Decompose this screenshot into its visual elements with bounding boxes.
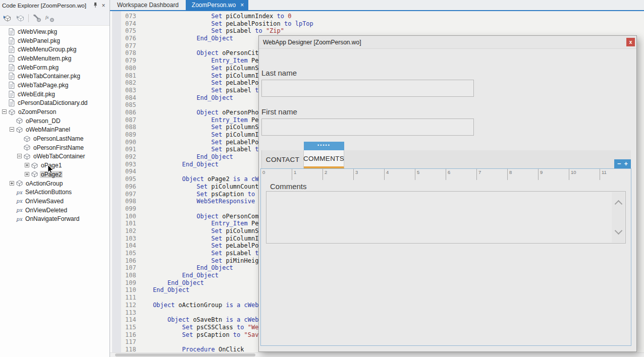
svg-text:fx: fx <box>45 15 49 20</box>
zoom-out-button[interactable]: − <box>617 159 621 168</box>
ruler-column-5: 5 <box>415 169 446 180</box>
package-file-icon <box>9 55 15 62</box>
textarea-scrollbar[interactable] <box>612 192 625 243</box>
object-cube-icon <box>31 162 38 169</box>
code-text: End_Object <box>138 272 219 279</box>
tree-item-OnViewSaved[interactable]: pxOnViewSaved <box>0 197 110 206</box>
tree-item-oPage1[interactable]: oPage1 <box>0 161 110 170</box>
tree-item-oPerson_DD[interactable]: oPerson_DD <box>0 116 110 126</box>
object-cube-icon <box>24 144 30 151</box>
tree-item-SetActionButtons[interactable]: pxSetActionButtons <box>0 188 110 197</box>
expander-minus-icon[interactable] <box>17 153 22 160</box>
tree-item-oActionGroup[interactable]: oActionGroup <box>0 179 110 188</box>
form-field-first-name: First name <box>261 107 474 136</box>
designer-tab-comments[interactable]: COMMENTS <box>304 150 344 168</box>
line-number: 109 <box>125 279 137 287</box>
designer-close-button[interactable]: x <box>626 38 635 46</box>
field-input[interactable] <box>261 80 474 97</box>
code-text: Object oPersonCit <box>138 49 258 56</box>
expander-minus-icon[interactable] <box>2 108 7 115</box>
line-number: 096 <box>125 183 137 191</box>
tree-item-label: cWebMenuGroup.pkg <box>17 46 78 53</box>
code-text: Set piColumnS <box>138 227 258 234</box>
code-text: Object oPage2 is a cW <box>138 175 258 183</box>
web-function-tool-icon[interactable]: fx <box>45 14 55 23</box>
code-text: Set piColumnS <box>138 124 258 131</box>
line-number: 088 <box>125 124 137 131</box>
tree-item-cWebMenuItem.pkg[interactable]: cWebMenuItem.pkg <box>0 54 110 63</box>
tree-item-cWebMenuGroup.pkg[interactable]: cWebMenuGroup.pkg <box>0 45 110 54</box>
tree-item-cWebTabPage.pkg[interactable]: cWebTabPage.pkg <box>0 81 110 90</box>
selection-drag-handle[interactable]: ••••• <box>304 142 344 150</box>
expander-plus-icon[interactable] <box>10 180 14 187</box>
horizontal-scrollbar[interactable] <box>110 352 644 357</box>
code-text: Set piColumnCount <box>138 183 258 190</box>
tree-item-label: oActionGroup <box>25 180 64 187</box>
web-property-tool-icon[interactable] <box>32 14 42 23</box>
tree-item-label: cPersonDataDictionary.dd <box>17 99 89 106</box>
package-file-icon <box>9 91 15 98</box>
line-number: 114 <box>125 316 137 324</box>
column-zoom-control[interactable]: − + <box>614 159 631 168</box>
designer-tab-contact[interactable]: CONTACT <box>261 150 304 168</box>
tree-item-oZoomPerson[interactable]: oZoomPerson <box>0 107 110 116</box>
panel-close-button[interactable]: × <box>99 2 108 9</box>
tree-item-cWebEdit.pkg[interactable]: cWebEdit.pkg <box>0 90 110 99</box>
package-file-icon <box>9 46 15 53</box>
ruler-column-10: 10 <box>569 169 600 180</box>
editor-tab-workspace-dashboard[interactable]: Workspace Dashboard <box>110 0 186 10</box>
code-text: Set piColumnIndex to 0 <box>138 13 291 20</box>
tree-item-label: cWebView.pkg <box>17 28 58 35</box>
code-text: Object oPersonPho <box>138 109 258 116</box>
tree-item-oPersonLastName[interactable]: oPersonLastName <box>0 134 110 143</box>
code-text: End_Object <box>138 279 204 286</box>
tree-item-oWebTabContainer[interactable]: oWebTabContainer <box>0 152 110 161</box>
line-number: 106 <box>125 257 137 265</box>
line-number: 081 <box>125 72 137 80</box>
line-number: 094 <box>125 168 137 175</box>
object-cube-icon <box>16 180 23 187</box>
procedure-icon: px <box>16 216 22 222</box>
procedure-icon: px <box>16 198 22 204</box>
ruler-column-9: 9 <box>538 169 569 180</box>
pin-icon[interactable] <box>91 2 99 9</box>
comments-textarea[interactable] <box>266 191 626 244</box>
horizontal-scrollbar-thumb[interactable] <box>115 353 255 356</box>
tree-item-oWebMainPanel[interactable]: oWebMainPanel <box>0 126 110 135</box>
column-ruler: 01234567891011 <box>261 169 631 180</box>
tree-item-label: SetActionButtons <box>24 189 73 196</box>
tab-close-icon[interactable]: × <box>240 0 244 10</box>
tree-item-oPersonFirstName[interactable]: oPersonFirstName <box>0 143 110 152</box>
zoom-in-button[interactable]: + <box>624 159 628 168</box>
scroll-down-icon[interactable] <box>615 227 623 235</box>
tree-item-cWebTabContainer.pkg[interactable]: cWebTabContainer.pkg <box>0 72 110 81</box>
tree-item-cPersonDataDictionary.dd[interactable]: cPersonDataDictionary.dd <box>0 99 110 108</box>
designer-title-bar[interactable]: WebApp Designer [ZoomPerson.wo] x <box>259 36 636 49</box>
ruler-column-11: 11 <box>600 169 630 180</box>
tree-item-cWebForm.pkg[interactable]: cWebForm.pkg <box>0 63 110 72</box>
tree-item-OnNavigateForward[interactable]: pxOnNavigateForward <box>0 214 110 223</box>
sync-from-code-icon[interactable] <box>15 14 25 23</box>
editor-tab-zoomperson.wo[interactable]: ZoomPerson.wo× <box>186 0 248 10</box>
tree-item-cWebView.pkg[interactable]: cWebView.pkg <box>0 27 110 36</box>
code-line: 073Set piColumnIndex to 0 <box>110 13 644 20</box>
object-cube-icon <box>16 127 23 133</box>
tree-item-oPage2[interactable]: oPage2 <box>0 170 110 179</box>
tab-page-content: 01234567891011 Comments <box>260 168 631 346</box>
line-number: 080 <box>125 65 137 72</box>
code-text: Set psCSSClass to "We <box>138 324 258 331</box>
sync-to-code-icon[interactable] <box>2 14 12 23</box>
code-text: End_Object <box>138 35 233 42</box>
tree-item-OnViewDeleted[interactable]: pxOnViewDeleted <box>0 206 110 215</box>
expander-plus-icon[interactable] <box>25 171 29 178</box>
field-input[interactable] <box>261 118 474 136</box>
scroll-up-icon[interactable] <box>615 200 623 208</box>
tree-item-cWebPanel.pkg[interactable]: cWebPanel.pkg <box>0 36 110 45</box>
tree-item-label: OnViewDeleted <box>24 207 68 214</box>
package-file-icon <box>9 99 15 106</box>
form-field-last-name: Last name <box>261 69 474 97</box>
tree-item-label: cWebEdit.pkg <box>17 91 56 98</box>
expander-plus-icon[interactable] <box>25 162 29 169</box>
code-text: Set psLabel t <box>138 146 258 153</box>
expander-minus-icon[interactable] <box>10 126 14 133</box>
